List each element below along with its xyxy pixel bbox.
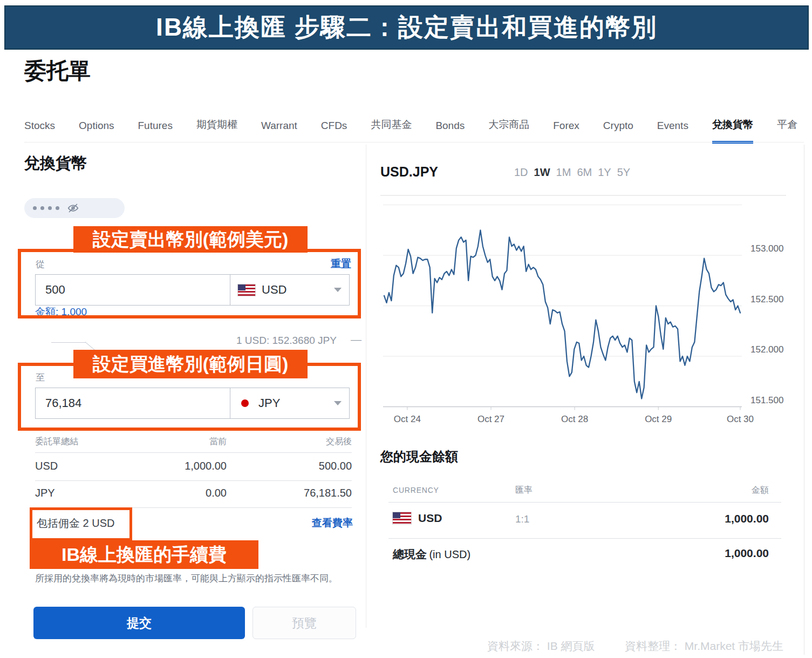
balance-col-rate: 匯率 <box>515 485 533 496</box>
japan-flag-icon <box>238 398 252 409</box>
tab-forex[interactable]: Forex <box>553 112 579 144</box>
tab-stocks[interactable]: Stocks <box>24 112 55 144</box>
svg-text:152.500: 152.500 <box>750 294 783 304</box>
footer-source: 資料來源： IB 網頁版 <box>487 639 595 654</box>
summary-row-jpy-current: 0.00 <box>146 487 227 499</box>
order-type-tabbar: Stocks Options Futures 期貨期權 Warrant CFDs… <box>24 110 804 144</box>
tab-options[interactable]: Options <box>79 112 114 144</box>
see-rates-link[interactable]: 查看費率 <box>312 516 353 530</box>
indicative-rate: 1 USD: 152.3680 JPY <box>236 335 337 347</box>
balance-rate-value: 1:1 <box>515 513 529 525</box>
to-currency-code: JPY <box>258 396 280 410</box>
summary-col-after: 交易後 <box>271 436 352 447</box>
tab-bonds[interactable]: Bonds <box>435 112 465 144</box>
tab-events[interactable]: Events <box>657 112 688 144</box>
from-amount-input[interactable] <box>35 274 230 306</box>
svg-text:Oct 27: Oct 27 <box>477 414 504 424</box>
eye-off-icon[interactable] <box>67 202 79 214</box>
submit-button[interactable]: 提交 <box>33 607 245 639</box>
column-divider <box>366 145 366 628</box>
mask-dot <box>56 206 59 210</box>
balance-col-amount: 金額 <box>688 485 769 496</box>
range-6m[interactable]: 6M <box>577 166 592 179</box>
tab-futures[interactable]: Futures <box>138 112 173 144</box>
summary-row-usd-current: 1,000.00 <box>146 460 227 472</box>
chevron-down-icon <box>334 401 342 405</box>
chart-top-divider <box>380 195 786 196</box>
total-cash-amount: 1,000.00 <box>688 547 769 560</box>
summary-row-jpy-label: JPY <box>35 487 55 499</box>
summary-col-current: 當前 <box>146 436 227 447</box>
from-label: 從 <box>36 258 45 270</box>
tab-mutual-funds[interactable]: 共同基金 <box>371 110 412 144</box>
tutorial-banner: IB線上換匯 步驟二：設定賣出和買進的幣別 <box>4 5 809 50</box>
reset-link[interactable]: 重置 <box>331 257 351 271</box>
from-currency-select[interactable]: USD <box>230 274 350 306</box>
range-1y[interactable]: 1Y <box>598 166 611 179</box>
tabbar-divider <box>24 142 804 143</box>
panel-right-border <box>804 145 804 655</box>
svg-text:Oct 28: Oct 28 <box>561 414 588 424</box>
svg-text:153.000: 153.000 <box>750 243 783 254</box>
tab-commodities[interactable]: 大宗商品 <box>488 110 529 144</box>
fx-section-heading: 兌換貨幣 <box>24 153 87 174</box>
tab-cfds[interactable]: CFDs <box>321 112 347 144</box>
range-1w[interactable]: 1W <box>534 166 550 179</box>
total-cash-unit: (in USD) <box>429 548 470 560</box>
summary-divider <box>35 452 352 453</box>
annotation-buy-currency: 設定買進幣別(範例日圓) <box>73 350 308 378</box>
annotation-fee: IB線上換匯的手續費 <box>30 540 258 569</box>
swap-divider-line <box>51 342 86 343</box>
us-flag-icon <box>238 284 255 296</box>
tab-currency-exchange[interactable]: 兌換貨幣 <box>712 110 753 144</box>
balance-divider <box>388 538 781 539</box>
svg-text:Oct 29: Oct 29 <box>645 414 672 424</box>
tab-close-position[interactable]: 平倉 <box>777 110 797 144</box>
to-label: 至 <box>36 371 45 384</box>
balance-divider <box>388 502 781 503</box>
rate-disclaimer: 所採用的兌換率將為現時的市場匯率，可能與上方顯示的指示性匯率不同。 <box>35 571 352 587</box>
range-5y[interactable]: 5Y <box>617 166 630 179</box>
available-amount-hint[interactable]: 金額: 1,000 <box>35 305 87 319</box>
chart-pair-title: USD.JPY <box>380 164 438 180</box>
tab-futures-options[interactable]: 期貨期權 <box>196 110 237 144</box>
to-currency-select[interactable]: JPY <box>230 388 350 419</box>
screenshot-root: IB線上換匯 步驟二：設定賣出和買進的幣別 委托單 Stocks Options… <box>0 0 812 658</box>
balance-col-currency: CURRENCY <box>393 486 439 494</box>
page-title: 委托單 <box>24 56 91 86</box>
range-1m[interactable]: 1M <box>556 166 571 179</box>
commission-note: 包括佣金 2 USD <box>37 516 114 531</box>
mask-dot <box>33 206 37 210</box>
cash-balance-heading: 您的現金餘額 <box>380 448 458 465</box>
balance-amount-value: 1,000.00 <box>688 512 769 525</box>
tab-crypto[interactable]: Crypto <box>603 112 633 144</box>
summary-divider <box>35 507 352 508</box>
footer-credit: 資料整理： Mr.Market 市場先生 <box>625 639 783 654</box>
us-flag-icon <box>393 512 411 524</box>
svg-text:151.500: 151.500 <box>750 395 783 405</box>
total-cash-label: 總現金 <box>393 548 427 560</box>
balance-row-usd: USD <box>393 512 442 525</box>
masked-account-pill[interactable] <box>24 198 125 218</box>
svg-text:Oct 24: Oct 24 <box>394 414 421 424</box>
mask-dot <box>48 206 52 210</box>
range-1d[interactable]: 1D <box>514 166 528 179</box>
summary-divider <box>35 480 352 481</box>
svg-text:Oct 30: Oct 30 <box>727 414 754 424</box>
tab-warrant[interactable]: Warrant <box>261 112 297 144</box>
svg-text:152.000: 152.000 <box>750 344 783 355</box>
chart-range-selector: 1D 1W 1M 6M 1Y 5Y <box>514 166 630 179</box>
summary-row-usd-after: 500.00 <box>271 460 352 472</box>
summary-row-usd-label: USD <box>35 460 58 472</box>
summary-col-title: 委託單總結 <box>35 436 78 447</box>
annotation-sell-currency: 設定賣出幣別(範例美元) <box>73 226 308 253</box>
preview-button[interactable]: 預覽 <box>253 607 356 639</box>
chevron-down-icon <box>334 288 342 292</box>
rate-collapse-icon[interactable]: — <box>351 334 361 346</box>
from-currency-code: USD <box>262 283 286 297</box>
balance-currency-code: USD <box>418 512 442 525</box>
total-cash-row: 總現金 (in USD) <box>393 547 470 562</box>
to-amount-input[interactable] <box>35 388 230 419</box>
mask-dot <box>40 206 44 210</box>
tutorial-banner-title: IB線上換匯 步驟二：設定賣出和買進的幣別 <box>156 11 657 44</box>
